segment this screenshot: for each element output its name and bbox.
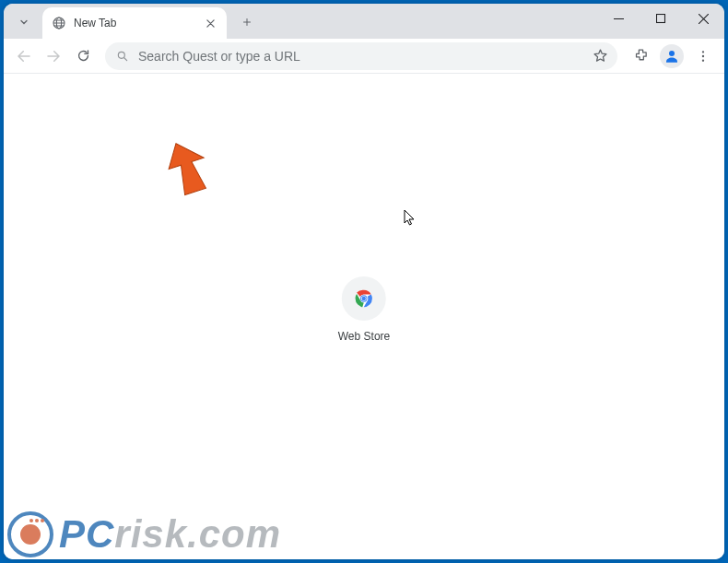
forward-button[interactable]	[41, 43, 66, 69]
star-icon	[593, 48, 608, 64]
arrow-left-icon	[16, 48, 32, 65]
maximize-icon	[656, 14, 666, 24]
tab-active[interactable]: New Tab	[42, 7, 227, 39]
profile-button[interactable]	[658, 42, 686, 70]
cursor-icon	[404, 209, 417, 228]
more-vert-icon	[696, 49, 710, 64]
tab-title: New Tab	[74, 17, 203, 29]
chrome-store-icon	[354, 288, 374, 309]
reload-icon	[76, 48, 91, 64]
tab-close-button[interactable]	[203, 16, 217, 30]
close-icon	[206, 19, 215, 28]
search-tabs-button[interactable]	[11, 9, 37, 35]
svg-rect-2	[656, 14, 664, 22]
browser-window: New Tab	[4, 4, 724, 559]
reload-button[interactable]	[70, 43, 96, 69]
maximize-button[interactable]	[640, 4, 682, 33]
plus-icon	[241, 17, 252, 28]
content-area: Web Store	[4, 74, 724, 559]
minimize-button[interactable]	[597, 4, 640, 33]
window-close-button[interactable]	[682, 4, 724, 33]
chevron-down-icon	[18, 17, 29, 28]
svg-point-6	[702, 54, 704, 56]
shortcut-webstore[interactable]	[342, 276, 386, 321]
shortcuts-grid: Web Store	[338, 276, 390, 343]
arrow-right-icon	[45, 48, 62, 65]
extensions-button[interactable]	[627, 42, 654, 70]
svg-point-3	[118, 52, 124, 58]
person-icon	[663, 48, 680, 65]
address-input[interactable]	[138, 49, 588, 64]
svg-point-11	[362, 297, 366, 300]
back-button[interactable]	[11, 43, 37, 69]
annotation-arrow-icon	[157, 141, 208, 198]
avatar	[660, 44, 684, 68]
titlebar: New Tab	[4, 4, 724, 39]
omnibox[interactable]	[105, 42, 617, 70]
svg-point-5	[702, 51, 704, 53]
toolbar	[4, 39, 724, 74]
minimize-icon	[614, 14, 624, 24]
svg-point-4	[669, 51, 675, 56]
bookmark-button[interactable]	[588, 44, 612, 68]
svg-point-7	[702, 59, 704, 61]
window-controls	[597, 4, 724, 39]
search-icon	[116, 50, 129, 63]
menu-button[interactable]	[689, 42, 717, 70]
close-icon	[699, 14, 709, 24]
new-tab-button[interactable]	[234, 9, 260, 35]
shortcut-label: Web Store	[338, 330, 390, 343]
extension-icon	[633, 48, 649, 64]
globe-icon	[52, 16, 66, 30]
